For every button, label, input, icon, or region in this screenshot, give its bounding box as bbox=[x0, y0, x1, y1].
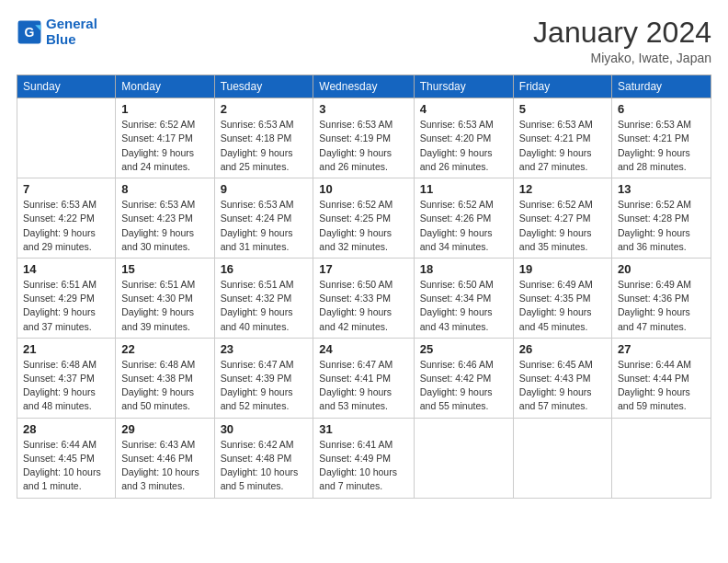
table-row: 7 Sunrise: 6:53 AMSunset: 4:22 PMDayligh… bbox=[17, 178, 116, 259]
header-saturday: Saturday bbox=[612, 75, 711, 98]
table-row: 10 Sunrise: 6:52 AMSunset: 4:25 PMDaylig… bbox=[313, 178, 414, 259]
month-title: January 2024 bbox=[533, 17, 711, 49]
table-row: 13 Sunrise: 6:52 AMSunset: 4:28 PMDaylig… bbox=[612, 178, 711, 259]
day-info: Sunrise: 6:46 AMSunset: 4:42 PMDaylight:… bbox=[420, 358, 507, 414]
calendar-week-row: 21 Sunrise: 6:48 AMSunset: 4:37 PMDaylig… bbox=[17, 338, 711, 418]
header-friday: Friday bbox=[513, 75, 611, 98]
day-info: Sunrise: 6:51 AMSunset: 4:32 PMDaylight:… bbox=[221, 278, 308, 334]
day-number: 2 bbox=[221, 102, 308, 116]
day-info: Sunrise: 6:42 AMSunset: 4:48 PMDaylight:… bbox=[221, 438, 308, 494]
table-row: 9 Sunrise: 6:53 AMSunset: 4:24 PMDayligh… bbox=[214, 178, 313, 259]
day-number: 5 bbox=[519, 102, 606, 116]
day-number: 16 bbox=[221, 262, 308, 276]
day-number: 24 bbox=[319, 342, 407, 356]
day-info: Sunrise: 6:52 AMSunset: 4:25 PMDaylight:… bbox=[319, 198, 407, 254]
day-info: Sunrise: 6:44 AMSunset: 4:45 PMDaylight:… bbox=[23, 438, 109, 494]
table-row: 17 Sunrise: 6:50 AMSunset: 4:33 PMDaylig… bbox=[313, 258, 414, 338]
table-row: 5 Sunrise: 6:53 AMSunset: 4:21 PMDayligh… bbox=[513, 98, 611, 178]
day-info: Sunrise: 6:45 AMSunset: 4:43 PMDaylight:… bbox=[519, 358, 606, 414]
table-row: 2 Sunrise: 6:53 AMSunset: 4:18 PMDayligh… bbox=[214, 98, 313, 178]
table-row: 30 Sunrise: 6:42 AMSunset: 4:48 PMDaylig… bbox=[214, 418, 313, 498]
table-row: 22 Sunrise: 6:48 AMSunset: 4:38 PMDaylig… bbox=[116, 338, 214, 418]
day-number: 31 bbox=[319, 422, 407, 436]
weekday-header-row: Sunday Monday Tuesday Wednesday Thursday… bbox=[17, 75, 711, 98]
day-info: Sunrise: 6:51 AMSunset: 4:29 PMDaylight:… bbox=[23, 278, 109, 334]
logo-icon: G bbox=[17, 19, 42, 45]
day-info: Sunrise: 6:50 AMSunset: 4:34 PMDaylight:… bbox=[420, 278, 507, 334]
page: G General Blue January 2024 Miyako, Iwat… bbox=[0, 0, 728, 563]
header-wednesday: Wednesday bbox=[313, 75, 414, 98]
header: G General Blue January 2024 Miyako, Iwat… bbox=[17, 17, 711, 65]
day-number: 22 bbox=[121, 342, 208, 356]
day-number: 1 bbox=[121, 102, 208, 116]
day-info: Sunrise: 6:53 AMSunset: 4:23 PMDaylight:… bbox=[121, 198, 208, 254]
table-row: 6 Sunrise: 6:53 AMSunset: 4:21 PMDayligh… bbox=[612, 98, 711, 178]
calendar-week-row: 14 Sunrise: 6:51 AMSunset: 4:29 PMDaylig… bbox=[17, 258, 711, 338]
day-number: 15 bbox=[121, 262, 208, 276]
day-number: 3 bbox=[319, 102, 407, 116]
table-row: 21 Sunrise: 6:48 AMSunset: 4:37 PMDaylig… bbox=[17, 338, 116, 418]
day-info: Sunrise: 6:43 AMSunset: 4:46 PMDaylight:… bbox=[121, 438, 208, 494]
location: Miyako, Iwate, Japan bbox=[533, 51, 711, 65]
day-number: 4 bbox=[420, 102, 507, 116]
day-number: 26 bbox=[519, 342, 606, 356]
header-sunday: Sunday bbox=[17, 75, 116, 98]
day-info: Sunrise: 6:48 AMSunset: 4:38 PMDaylight:… bbox=[121, 358, 208, 414]
day-info: Sunrise: 6:50 AMSunset: 4:33 PMDaylight:… bbox=[319, 278, 407, 334]
day-info: Sunrise: 6:47 AMSunset: 4:41 PMDaylight:… bbox=[319, 358, 407, 414]
day-info: Sunrise: 6:53 AMSunset: 4:21 PMDaylight:… bbox=[618, 118, 705, 174]
table-row: 19 Sunrise: 6:49 AMSunset: 4:35 PMDaylig… bbox=[513, 258, 611, 338]
day-number: 25 bbox=[420, 342, 507, 356]
day-number: 12 bbox=[519, 182, 606, 196]
table-row: 26 Sunrise: 6:45 AMSunset: 4:43 PMDaylig… bbox=[513, 338, 611, 418]
header-monday: Monday bbox=[116, 75, 214, 98]
day-info: Sunrise: 6:52 AMSunset: 4:27 PMDaylight:… bbox=[519, 198, 606, 254]
logo: G General Blue bbox=[17, 17, 97, 47]
table-row: 14 Sunrise: 6:51 AMSunset: 4:29 PMDaylig… bbox=[17, 258, 116, 338]
day-number: 10 bbox=[319, 182, 407, 196]
table-row: 3 Sunrise: 6:53 AMSunset: 4:19 PMDayligh… bbox=[313, 98, 414, 178]
day-number: 6 bbox=[618, 102, 705, 116]
day-info: Sunrise: 6:47 AMSunset: 4:39 PMDaylight:… bbox=[221, 358, 308, 414]
calendar-week-row: 1 Sunrise: 6:52 AMSunset: 4:17 PMDayligh… bbox=[17, 98, 711, 178]
day-number: 7 bbox=[23, 182, 109, 196]
table-row: 23 Sunrise: 6:47 AMSunset: 4:39 PMDaylig… bbox=[214, 338, 313, 418]
day-number: 29 bbox=[121, 422, 208, 436]
calendar-week-row: 28 Sunrise: 6:44 AMSunset: 4:45 PMDaylig… bbox=[17, 418, 711, 498]
logo-text: General Blue bbox=[46, 17, 97, 47]
header-tuesday: Tuesday bbox=[214, 75, 313, 98]
svg-text:G: G bbox=[25, 24, 35, 39]
day-info: Sunrise: 6:53 AMSunset: 4:21 PMDaylight:… bbox=[519, 118, 606, 174]
table-row: 16 Sunrise: 6:51 AMSunset: 4:32 PMDaylig… bbox=[214, 258, 313, 338]
day-number: 28 bbox=[23, 422, 109, 436]
day-info: Sunrise: 6:52 AMSunset: 4:17 PMDaylight:… bbox=[121, 118, 208, 174]
day-number: 23 bbox=[221, 342, 308, 356]
table-row: 27 Sunrise: 6:44 AMSunset: 4:44 PMDaylig… bbox=[612, 338, 711, 418]
table-row bbox=[513, 418, 611, 498]
logo-line2: Blue bbox=[46, 31, 76, 47]
calendar-week-row: 7 Sunrise: 6:53 AMSunset: 4:22 PMDayligh… bbox=[17, 178, 711, 259]
day-info: Sunrise: 6:49 AMSunset: 4:36 PMDaylight:… bbox=[618, 278, 705, 334]
day-number: 30 bbox=[221, 422, 308, 436]
table-row: 31 Sunrise: 6:41 AMSunset: 4:49 PMDaylig… bbox=[313, 418, 414, 498]
header-thursday: Thursday bbox=[414, 75, 513, 98]
day-info: Sunrise: 6:52 AMSunset: 4:28 PMDaylight:… bbox=[618, 198, 705, 254]
table-row: 28 Sunrise: 6:44 AMSunset: 4:45 PMDaylig… bbox=[17, 418, 116, 498]
table-row: 29 Sunrise: 6:43 AMSunset: 4:46 PMDaylig… bbox=[116, 418, 214, 498]
logo-line1: General bbox=[46, 16, 97, 31]
day-info: Sunrise: 6:53 AMSunset: 4:18 PMDaylight:… bbox=[221, 118, 308, 174]
table-row: 18 Sunrise: 6:50 AMSunset: 4:34 PMDaylig… bbox=[414, 258, 513, 338]
table-row: 15 Sunrise: 6:51 AMSunset: 4:30 PMDaylig… bbox=[116, 258, 214, 338]
table-row: 25 Sunrise: 6:46 AMSunset: 4:42 PMDaylig… bbox=[414, 338, 513, 418]
day-info: Sunrise: 6:53 AMSunset: 4:20 PMDaylight:… bbox=[420, 118, 507, 174]
day-info: Sunrise: 6:53 AMSunset: 4:22 PMDaylight:… bbox=[23, 198, 109, 254]
day-info: Sunrise: 6:41 AMSunset: 4:49 PMDaylight:… bbox=[319, 438, 407, 494]
day-number: 21 bbox=[23, 342, 109, 356]
table-row: 1 Sunrise: 6:52 AMSunset: 4:17 PMDayligh… bbox=[116, 98, 214, 178]
table-row bbox=[17, 98, 116, 178]
day-info: Sunrise: 6:48 AMSunset: 4:37 PMDaylight:… bbox=[23, 358, 109, 414]
table-row: 11 Sunrise: 6:52 AMSunset: 4:26 PMDaylig… bbox=[414, 178, 513, 259]
day-info: Sunrise: 6:53 AMSunset: 4:19 PMDaylight:… bbox=[319, 118, 407, 174]
day-info: Sunrise: 6:53 AMSunset: 4:24 PMDaylight:… bbox=[221, 198, 308, 254]
table-row: 20 Sunrise: 6:49 AMSunset: 4:36 PMDaylig… bbox=[612, 258, 711, 338]
